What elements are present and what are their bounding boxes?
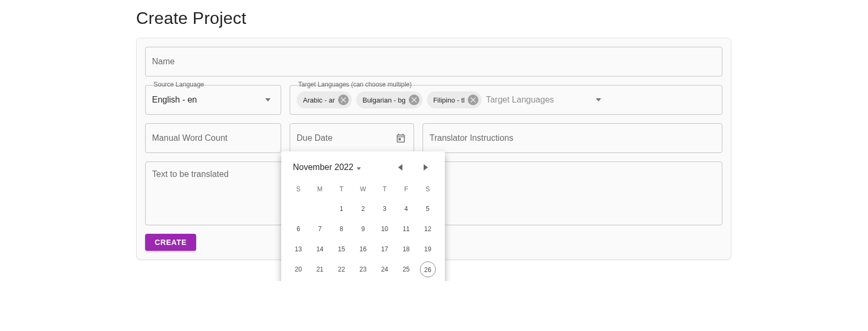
calendar-dow: T (374, 180, 395, 198)
calendar-day[interactable]: 20 (288, 260, 309, 279)
remove-chip-icon[interactable] (338, 95, 349, 105)
calendar-grid: SMTWTFS123456789101112131415161718192021… (288, 180, 439, 281)
create-project-form: Name Source Language English - en Target… (136, 38, 731, 260)
remove-chip-icon[interactable] (468, 95, 478, 105)
calendar-dow: S (417, 180, 439, 198)
word-count-placeholder: Manual Word Count (152, 133, 227, 143)
source-language-value: English - en (152, 95, 262, 105)
due-date-field[interactable]: Due Date (290, 123, 414, 153)
target-languages-select[interactable]: Target Languages (can choose multiple) A… (290, 85, 722, 115)
name-field[interactable]: Name (145, 47, 722, 77)
calendar-day[interactable]: 9 (352, 219, 374, 239)
language-chip: Bulgarian - bg (356, 91, 423, 108)
date-picker-popup: November 2022 SMTWTFS1234567891011121314… (281, 151, 445, 281)
calendar-day[interactable]: 23 (352, 260, 374, 279)
remove-chip-icon[interactable] (409, 95, 419, 105)
calendar-day[interactable]: 2 (352, 199, 374, 218)
target-languages-input[interactable] (486, 95, 592, 105)
calendar-day[interactable]: 26 (417, 260, 439, 279)
name-placeholder: Name (152, 57, 175, 66)
calendar-day[interactable]: 25 (395, 260, 417, 279)
target-languages-chips: Arabic - arBulgarian - bgFilipino - tl (297, 89, 592, 111)
calendar-day[interactable]: 19 (417, 240, 439, 259)
chevron-down-icon (262, 94, 274, 106)
language-chip: Filipino - tl (427, 91, 482, 108)
chip-label: Bulgarian - bg (363, 96, 406, 104)
manual-word-count-field[interactable]: Manual Word Count (145, 123, 281, 153)
calendar-day[interactable]: 22 (331, 260, 352, 279)
calendar-day[interactable]: 10 (374, 219, 395, 239)
page-title: Create Project (136, 9, 731, 28)
calendar-day[interactable]: 18 (395, 240, 417, 259)
calendar-day[interactable]: 16 (352, 240, 374, 259)
calendar-dow: M (309, 180, 331, 198)
calendar-day[interactable]: 29 (331, 280, 352, 281)
target-languages-label: Target Languages (can choose multiple) (296, 81, 414, 88)
calendar-dow: F (395, 180, 417, 198)
calendar-day[interactable]: 3 (374, 199, 395, 218)
calendar-day[interactable]: 27 (288, 280, 309, 281)
calendar-day[interactable]: 17 (374, 240, 395, 259)
calendar-day[interactable]: 8 (331, 219, 352, 239)
source-language-select[interactable]: Source Language English - en (145, 85, 281, 115)
next-month-button[interactable] (418, 160, 433, 175)
calendar-day[interactable]: 5 (417, 199, 439, 218)
chevron-down-icon (592, 94, 605, 106)
translator-instructions-field[interactable]: Translator Instructions (423, 123, 722, 153)
calendar-empty (309, 199, 331, 218)
source-language-label: Source Language (151, 81, 207, 88)
text-placeholder: Text to be translated (152, 169, 229, 179)
calendar-month-select[interactable]: November 2022 (293, 163, 361, 172)
calendar-title: November 2022 (293, 163, 353, 172)
calendar-day[interactable]: 1 (331, 199, 352, 218)
calendar-day[interactable]: 14 (309, 240, 331, 259)
calendar-day[interactable]: 24 (374, 260, 395, 279)
instructions-placeholder: Translator Instructions (429, 133, 513, 143)
calendar-day[interactable]: 7 (309, 219, 331, 239)
calendar-icon[interactable] (394, 132, 407, 145)
due-date-placeholder: Due Date (297, 133, 394, 143)
chevron-down-icon (357, 163, 361, 172)
calendar-day[interactable]: 4 (395, 199, 417, 218)
calendar-day[interactable]: 21 (309, 260, 331, 279)
prev-month-button[interactable] (393, 160, 408, 175)
calendar-day[interactable]: 11 (395, 219, 417, 239)
chip-label: Arabic - ar (303, 96, 335, 104)
calendar-day[interactable]: 6 (288, 219, 309, 239)
calendar-dow: S (288, 180, 309, 198)
language-chip: Arabic - ar (297, 91, 352, 108)
calendar-empty (288, 199, 309, 218)
calendar-dow: T (331, 180, 352, 198)
calendar-day[interactable]: 12 (417, 219, 439, 239)
calendar-day[interactable]: 13 (288, 240, 309, 259)
calendar-dow: W (352, 180, 374, 198)
create-button[interactable]: CREATE (145, 234, 196, 251)
calendar-day[interactable]: 15 (331, 240, 352, 259)
calendar-day[interactable]: 30 (352, 280, 374, 281)
chip-label: Filipino - tl (433, 96, 465, 104)
calendar-day[interactable]: 28 (309, 280, 331, 281)
